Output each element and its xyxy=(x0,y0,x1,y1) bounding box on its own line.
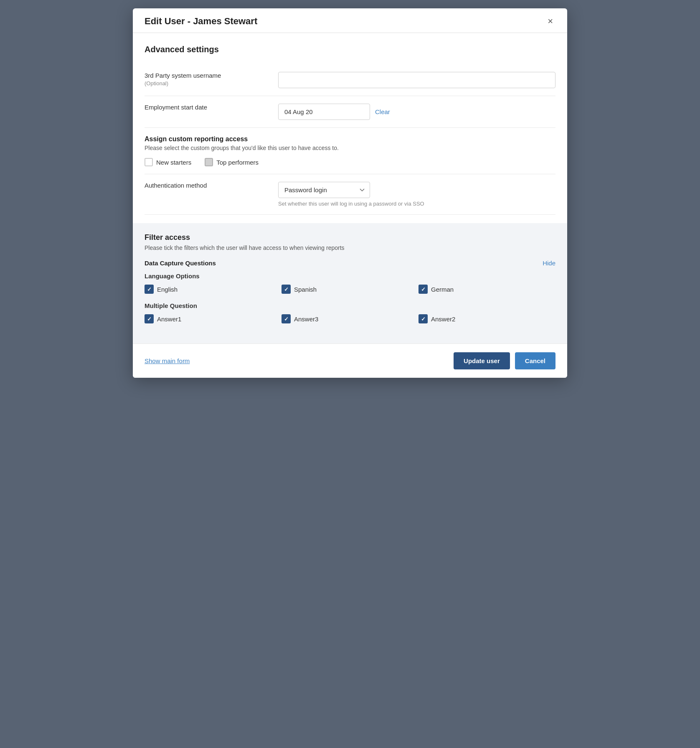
employment-start-label: Employment start date xyxy=(145,104,207,111)
spanish-checkbox[interactable] xyxy=(282,285,291,294)
top-performers-checkbox[interactable] xyxy=(205,158,213,166)
hide-data-capture-link[interactable]: Hide xyxy=(543,260,555,267)
answer1-option: Answer1 xyxy=(145,314,282,323)
new-starters-label: New starters xyxy=(156,159,191,166)
auth-method-row: Authentication method Password login SSO… xyxy=(145,174,555,215)
assign-custom-title: Assign custom reporting access xyxy=(145,135,555,143)
auth-method-label: Authentication method xyxy=(145,182,207,189)
answer3-checkbox[interactable] xyxy=(282,314,291,323)
clear-date-link[interactable]: Clear xyxy=(375,108,390,115)
auth-method-control: Password login SSO Set whether this user… xyxy=(278,182,555,207)
cancel-button[interactable]: Cancel xyxy=(515,352,555,369)
german-label: German xyxy=(431,286,454,293)
filter-access-section: Filter access Please tick the filters wh… xyxy=(133,223,567,343)
close-button[interactable]: × xyxy=(545,16,555,27)
modal-body: Advanced settings 3rd Party system usern… xyxy=(133,33,567,343)
advanced-settings-title: Advanced settings xyxy=(145,45,555,54)
filter-access-desc: Please tick the filters which the user w… xyxy=(145,244,555,251)
employment-start-label-col: Employment start date xyxy=(145,104,278,111)
data-capture-group-header: Data Capture Questions Hide xyxy=(145,260,555,267)
top-performers-checkbox-item[interactable]: Top performers xyxy=(205,158,259,166)
new-starters-checkbox[interactable] xyxy=(145,158,153,166)
show-main-form-link[interactable]: Show main form xyxy=(145,357,190,364)
multiple-question-title: Multiple Question xyxy=(145,302,555,309)
third-party-row: 3rd Party system username (Optional) xyxy=(145,64,555,96)
new-starters-checkbox-item[interactable]: New starters xyxy=(145,158,191,166)
auth-row-inner: Password login SSO Set whether this user… xyxy=(278,182,424,207)
edit-user-modal: Edit User - James Stewart × Advanced set… xyxy=(133,8,567,378)
update-user-button[interactable]: Update user xyxy=(454,352,510,369)
german-option: German xyxy=(418,285,555,294)
language-options-row: English Spanish German xyxy=(145,285,555,294)
third-party-input[interactable] xyxy=(278,72,555,88)
data-capture-group-title: Data Capture Questions xyxy=(145,260,216,267)
english-checkbox[interactable] xyxy=(145,285,154,294)
english-label: English xyxy=(157,286,178,293)
answer3-label: Answer3 xyxy=(294,315,318,323)
third-party-label-col: 3rd Party system username (Optional) xyxy=(145,72,278,87)
assign-custom-desc: Please select the custom groups that you… xyxy=(145,145,555,151)
english-option: English xyxy=(145,285,282,294)
answer1-checkbox[interactable] xyxy=(145,314,154,323)
employment-start-row: Employment start date Clear xyxy=(145,96,555,128)
auth-method-help: Set whether this user will log in using … xyxy=(278,201,424,207)
modal-footer: Show main form Update user Cancel xyxy=(133,343,567,378)
spanish-option: Spanish xyxy=(282,285,418,294)
modal-header: Edit User - James Stewart × xyxy=(133,8,567,33)
third-party-optional: (Optional) xyxy=(145,80,278,87)
language-options-title: Language Options xyxy=(145,272,555,280)
answer1-label: Answer1 xyxy=(157,315,181,323)
spanish-label: Spanish xyxy=(294,286,317,293)
third-party-control xyxy=(278,72,555,88)
top-performers-label: Top performers xyxy=(216,159,259,166)
answer3-option: Answer3 xyxy=(282,314,418,323)
german-checkbox[interactable] xyxy=(418,285,428,294)
auth-method-label-col: Authentication method xyxy=(145,182,278,189)
filter-access-title: Filter access xyxy=(145,233,555,242)
employment-start-input[interactable] xyxy=(278,104,370,120)
third-party-label: 3rd Party system username xyxy=(145,72,221,79)
answer2-label: Answer2 xyxy=(431,315,455,323)
answer2-checkbox[interactable] xyxy=(418,314,428,323)
assign-checkboxes-row: New starters Top performers xyxy=(145,158,555,166)
assign-custom-section: Assign custom reporting access Please se… xyxy=(145,128,555,174)
employment-start-control: Clear xyxy=(278,104,555,120)
answer2-option: Answer2 xyxy=(418,314,555,323)
multiple-question-row: Answer1 Answer3 Answer2 xyxy=(145,314,555,323)
auth-method-select[interactable]: Password login SSO xyxy=(278,182,370,198)
modal-title: Edit User - James Stewart xyxy=(145,16,257,27)
